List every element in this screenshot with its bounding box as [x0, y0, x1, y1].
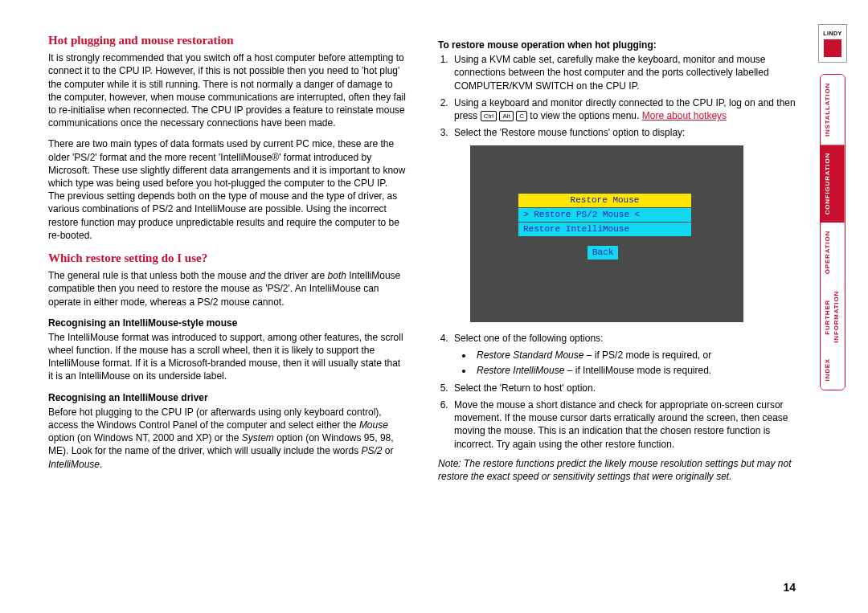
nav-index[interactable]: INDEX — [821, 350, 845, 389]
section-heading-2: Which restore setting do I use? — [48, 250, 406, 266]
subheading: Recognising an IntelliMouse-style mouse — [48, 317, 406, 329]
brand-logo: LINDY — [818, 24, 847, 63]
paragraph: There are two main types of data formats… — [48, 137, 406, 242]
key-c: C — [516, 111, 527, 121]
nav-further-information[interactable]: FURTHER INFORMATION — [821, 283, 845, 351]
bullet-intellimouse: Restore IntelliMouse – if IntelliMouse m… — [473, 364, 796, 377]
page-number: 14 — [783, 580, 796, 595]
link-more-hotkeys[interactable]: More about hotkeys — [642, 110, 727, 121]
procedure-heading: To restore mouse operation when hot plug… — [438, 39, 796, 51]
subheading: Recognising an IntelliMouse driver — [48, 391, 406, 404]
logo-square-icon — [824, 39, 841, 57]
section-heading-1: Hot plugging and mouse restoration — [48, 32, 406, 48]
step-5: Select the 'Return to host' option. — [451, 382, 796, 394]
menu-item-intellimouse: Restore IntelliMouse — [518, 223, 691, 236]
menu-item-ps2: > Restore PS/2 Mouse < — [518, 208, 691, 222]
nav-installation[interactable]: INSTALLATION — [821, 75, 845, 145]
menu-back: Back — [588, 246, 618, 260]
step-6: Move the mouse a short distance and chec… — [451, 398, 796, 451]
step-2: Using a keyboard and monitor directly co… — [451, 96, 796, 122]
key-ctrl: Ctrl — [481, 111, 497, 121]
step-3: Select the 'Restore mouse functions' opt… — [451, 126, 796, 139]
restore-menu-screenshot: Restore Mouse > Restore PS/2 Mouse < Res… — [470, 145, 743, 322]
paragraph: The general rule is that unless both the… — [48, 269, 406, 309]
paragraph: The IntelliMouse format was introduced t… — [48, 331, 406, 383]
step-1: Using a KVM cable set, carefully make th… — [451, 53, 796, 92]
note: Note: The restore functions predict the … — [438, 457, 796, 483]
nav-configuration[interactable]: CONFIGURATION — [821, 145, 845, 223]
step-4: Select one of the following options: Res… — [451, 332, 796, 377]
paragraph: Before hot plugging to the CPU IP (or af… — [48, 406, 406, 471]
key-alt: Alt — [499, 111, 513, 121]
menu-title: Restore Mouse — [518, 194, 691, 207]
bullet-standard: Restore Standard Mouse – if PS/2 mode is… — [473, 349, 796, 362]
nav-operation[interactable]: OPERATION — [821, 223, 845, 282]
paragraph: It is strongly recommended that you swit… — [48, 51, 406, 129]
